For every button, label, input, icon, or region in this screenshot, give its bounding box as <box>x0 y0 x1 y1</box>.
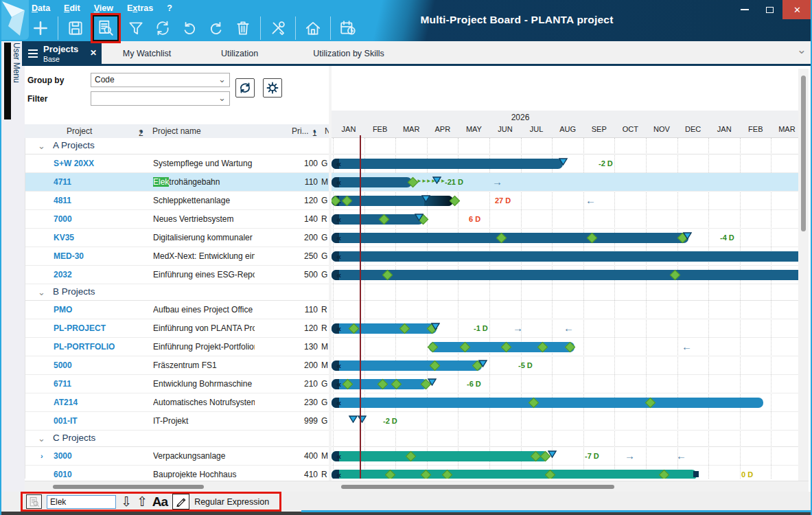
menu-data[interactable]: Data <box>32 3 50 13</box>
project-id[interactable]: PL-PORTFOLIO <box>54 338 115 356</box>
filter-select[interactable] <box>91 91 230 106</box>
gantt-hscroll-thumb[interactable] <box>341 485 614 489</box>
table-row[interactable]: S+W 20XXSystempflege und Wartung100G <box>25 154 329 173</box>
match-case-toggle[interactable]: Aa <box>152 494 167 510</box>
table-row[interactable]: 4811Schleppkettenanlage120G <box>25 192 329 210</box>
shift-right-arrow-icon[interactable]: → <box>625 450 635 461</box>
gantt-bar[interactable]: « <box>332 233 688 243</box>
table-row[interactable]: 6010Bauprojekte Hochhaus410R <box>25 466 329 479</box>
pane-splitter[interactable] <box>329 66 332 481</box>
gantt-bar[interactable]: « <box>332 323 437 334</box>
table-row[interactable]: 5000Fräszentrum FS1200M <box>25 356 329 375</box>
doc-search-icon[interactable] <box>94 16 117 40</box>
project-id[interactable]: MED-30 <box>54 247 84 266</box>
expand-chevron-icon[interactable]: › <box>40 447 43 466</box>
filter-icon[interactable] <box>124 16 148 40</box>
col-priority[interactable]: Pri... <box>292 126 309 136</box>
undo-icon[interactable] <box>178 16 201 40</box>
tab-projects[interactable]: Projects Base ✕ <box>22 41 102 66</box>
date-marker-triangle[interactable] <box>432 174 441 187</box>
table-row[interactable]: PMOAufbau eines Project Office110R <box>25 301 329 319</box>
date-marker-triangle[interactable] <box>358 413 367 426</box>
shift-right-arrow-icon[interactable]: → <box>513 322 523 334</box>
group-header-row[interactable]: ⌄A Projects <box>25 138 329 154</box>
user-menu-handle[interactable] <box>4 43 11 119</box>
gantt-bar[interactable]: « <box>332 177 412 187</box>
refresh-button[interactable] <box>235 78 255 98</box>
menu-edit[interactable]: Edit <box>64 3 80 13</box>
gantt-bar[interactable]: « <box>332 251 798 262</box>
project-id[interactable]: AT214 <box>54 393 78 412</box>
tools-icon[interactable] <box>266 16 290 40</box>
table-row[interactable]: ›3000Verpackungsanlage400M <box>25 447 329 466</box>
date-marker-triangle[interactable] <box>415 211 424 224</box>
trash-icon[interactable] <box>231 16 255 40</box>
project-id[interactable]: S+W 20XX <box>54 154 94 173</box>
home-icon[interactable] <box>301 16 325 40</box>
table-row[interactable]: MED-30MedX-Next: Entwicklung eines innov… <box>25 247 329 266</box>
col-project-name[interactable]: Project name <box>152 126 201 136</box>
group-by-select[interactable]: Code <box>91 73 230 87</box>
hamburger-icon[interactable] <box>28 49 38 60</box>
gantt-bar[interactable]: « <box>332 360 482 371</box>
date-marker-triangle[interactable] <box>548 448 557 461</box>
chevron-down-icon[interactable]: ⌄ <box>38 141 45 151</box>
project-id[interactable]: PL-PROJECT <box>54 319 106 338</box>
project-id[interactable]: 7000 <box>54 210 72 229</box>
group-header-row[interactable]: ⌄C Projects <box>25 431 329 447</box>
regular-expression-label[interactable]: Regular Expression <box>194 497 269 507</box>
project-id[interactable]: KV35 <box>54 229 74 247</box>
close-button[interactable]: ✕ <box>782 0 812 19</box>
chevron-down-icon[interactable]: ⌄ <box>797 43 807 57</box>
project-id[interactable]: 5000 <box>54 356 72 375</box>
table-row[interactable]: 6711Entwicklung Bohrmaschine210G <box>25 375 329 393</box>
save-icon[interactable] <box>64 16 87 40</box>
col-project[interactable]: Project <box>67 126 92 136</box>
group-header-row[interactable]: ⌄B Projects <box>25 284 329 301</box>
search-input[interactable] <box>47 495 116 509</box>
find-previous-icon[interactable]: ⇧ <box>137 495 148 509</box>
date-marker-triangle[interactable] <box>683 230 692 242</box>
find-next-icon[interactable]: ⇩ <box>121 495 132 509</box>
menu-extras[interactable]: Extras <box>127 3 153 13</box>
table-row[interactable]: AT214Automatisches Notrufsystem (Autom..… <box>25 393 329 412</box>
shift-right-arrow-icon[interactable]: → <box>492 176 502 187</box>
gantt-bar[interactable]: « <box>332 451 548 461</box>
date-marker-triangle[interactable] <box>421 193 430 205</box>
gantt-bar[interactable]: « <box>332 159 563 169</box>
search-doc-icon[interactable] <box>26 494 42 509</box>
minimize-button[interactable] <box>732 0 757 19</box>
settings-gear-button[interactable] <box>263 78 282 98</box>
date-marker-triangle[interactable] <box>431 321 440 333</box>
vertical-scrollbar-thumb[interactable] <box>801 76 806 231</box>
table-row[interactable]: PL-PROJECTEinführung von PLANTA Project1… <box>25 319 329 338</box>
project-id[interactable]: 2032 <box>54 266 72 284</box>
shift-left-arrow-icon[interactable]: ← <box>585 194 596 206</box>
gantt-bar[interactable]: « <box>332 398 763 408</box>
project-id[interactable]: 4811 <box>54 192 71 210</box>
user-menu-label[interactable]: User Menu <box>12 43 21 83</box>
table-hscroll-thumb[interactable] <box>53 485 204 489</box>
project-id[interactable]: 6010 <box>54 466 72 479</box>
table-row[interactable]: KV35Digitalisierung kommunaler Verwaltu.… <box>25 229 329 247</box>
horizontal-scrollbar[interactable] <box>25 481 809 492</box>
project-id[interactable]: 6711 <box>54 375 71 393</box>
shift-left-arrow-icon[interactable]: ← <box>682 341 692 352</box>
chevron-down-icon[interactable]: ⌄ <box>38 433 45 444</box>
highlighter-pen-toggle[interactable] <box>172 494 189 510</box>
table-row[interactable]: PL-PORTFOLIOEinführung Projekt-Portfolio… <box>25 338 329 356</box>
project-id[interactable]: 3000 <box>54 447 72 466</box>
gantt-bar[interactable]: « <box>332 214 424 225</box>
redo-icon[interactable] <box>205 16 228 40</box>
table-row[interactable]: 7000Neues Vertriebsystem140R <box>25 210 329 229</box>
calendar-clock-icon[interactable] <box>336 16 360 40</box>
menu-view[interactable]: View <box>94 3 113 13</box>
gantt-bar[interactable]: « <box>332 270 798 280</box>
tab-utilization[interactable]: Utilization <box>192 41 287 66</box>
shift-left-arrow-icon[interactable]: ← <box>676 450 686 461</box>
date-marker-triangle[interactable] <box>478 358 487 370</box>
menu-[interactable]: ? <box>167 3 172 13</box>
project-id[interactable]: 001-IT <box>54 412 78 431</box>
table-row[interactable]: 2032Einführung eines ESG-Reporting-Syste… <box>25 266 329 284</box>
tab-close-icon[interactable]: ✕ <box>90 48 97 58</box>
